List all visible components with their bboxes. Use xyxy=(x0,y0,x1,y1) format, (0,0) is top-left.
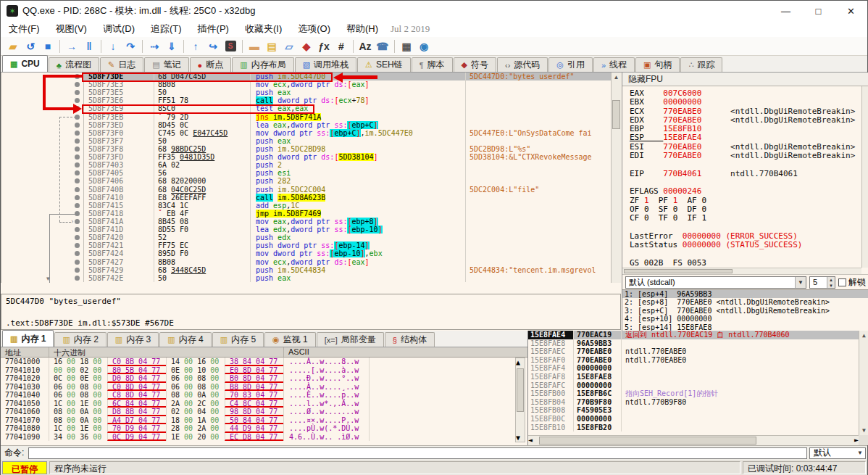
checkbox-icon[interactable] xyxy=(838,278,846,286)
breakpoint-dot-icon[interactable] xyxy=(75,203,80,208)
disasm-row[interactable]: 5D8F742968 3448C45Dpush im.5DC448345DC44… xyxy=(1,266,621,274)
breakpoint-dot-icon[interactable] xyxy=(75,90,80,95)
disasm-row[interactable]: 5D8F741D8D55 F0lea edx,dword ptr ss:[ebp… xyxy=(1,226,621,234)
disasm-row[interactable]: 5D8F73F868 98BDC25Dpush im.5DC2BD985DC2B… xyxy=(1,145,621,153)
menu-item-p[interactable]: 插件(P) xyxy=(190,21,237,37)
argument-row[interactable]: 4: [esp+10] 00000000 xyxy=(622,315,868,323)
chevron-down-icon[interactable]: ▼ xyxy=(855,450,865,456)
scrollbar-thumb[interactable] xyxy=(624,269,733,273)
maximize-button[interactable]: □ xyxy=(802,1,835,21)
tab-memory-map[interactable]: ▥内存布局 xyxy=(232,57,293,72)
menu-item-d[interactable]: 调试(D) xyxy=(95,21,143,37)
tab-locals[interactable]: [x=]局部变量 xyxy=(317,332,384,347)
tab-breakpoints[interactable]: ●断点 xyxy=(190,57,232,72)
scrollbar-thumb[interactable] xyxy=(539,437,756,445)
dump-row[interactable]: 770410801C 00 1E 0070 D9 04 7728 00 2A 0… xyxy=(1,424,527,433)
breakpoint-dot-icon[interactable] xyxy=(75,260,80,265)
labels-icon[interactable]: ▱ xyxy=(280,38,298,54)
tab-call-stack[interactable]: ▧调用堆栈 xyxy=(295,57,356,72)
disasm-row[interactable]: 5D8F73F0C745 0C E047C45Dmov dword ptr ss… xyxy=(1,129,621,137)
register-row[interactable]: EDI 770EABE0 <ntdll.DbgUiRemoteBreakin> xyxy=(630,152,861,160)
register-row[interactable]: CF 0 TF 0 IF 1 xyxy=(630,214,861,223)
argument-row[interactable]: 2: [esp+8] 770EABE0 <ntdll.DbgUiRemoteBr… xyxy=(622,298,868,306)
calling-convention-select[interactable]: 默认 (stdcall) ▼ xyxy=(625,276,806,289)
argument-row[interactable]: 1: [esp+4] 96A59BB3 xyxy=(622,290,868,298)
step-out-icon[interactable]: ↑ xyxy=(187,38,204,54)
stack-arguments-list[interactable]: 1: [esp+4] 96A59BB32: [esp+8] 770EABE0 <… xyxy=(622,289,868,331)
stack-vertical-scrollbar[interactable]: ▲ ▼ xyxy=(859,331,868,435)
breakpoint-dot-icon[interactable] xyxy=(75,251,80,256)
command-profile-select[interactable]: 默认 ▼ xyxy=(809,447,866,459)
tab-trace[interactable]: ∴跟踪 xyxy=(680,57,722,72)
breakpoint-dot-icon[interactable] xyxy=(75,82,80,87)
registers-list[interactable]: EAX 007C6000EBX 00000000ECX 770EABE0 <nt… xyxy=(622,86,861,268)
dump-row[interactable]: 770410200C 00 0E 00D0 8D 04 7706 00 08 0… xyxy=(1,374,527,383)
step-over-icon[interactable]: ↷ xyxy=(122,38,139,54)
dump-row[interactable]: 770410501C 00 1E 006C 84 04 772A 00 2C 0… xyxy=(1,400,527,408)
close-button[interactable]: ✕ xyxy=(835,1,867,21)
scroll-up-icon[interactable]: ▲ xyxy=(859,331,868,340)
menu-item-f[interactable]: 文件(F) xyxy=(1,21,48,37)
breakpoint-dot-icon[interactable] xyxy=(75,219,80,224)
stack-row[interactable]: 15E8FAEC770EABE0ntdll.770EABE0 xyxy=(528,347,868,356)
dump-row[interactable]: 7704107008 00 0A 00A4 D7 04 7718 00 1A 0… xyxy=(1,416,527,425)
tab-script[interactable]: ¶脚本 xyxy=(412,57,453,72)
register-row[interactable]: EIP 770B4061 ntdll.770B4061 xyxy=(630,170,861,178)
globe-icon[interactable]: ◉ xyxy=(415,38,433,54)
breakpoint-dot-icon[interactable] xyxy=(75,178,80,183)
register-row[interactable]: LastStatus 00000000 (STATUS_SUCCESS) xyxy=(630,241,861,249)
stack-row[interactable]: 15E8FB04770B9F80ntdll.770B9F80 xyxy=(528,398,868,407)
breakpoint-dot-icon[interactable] xyxy=(75,146,80,152)
dump-row[interactable]: 7704109034 00 36 000C D9 04 771E 00 20 0… xyxy=(1,433,527,442)
tab-handles[interactable]: ▣句柄 xyxy=(635,57,680,72)
dump-row[interactable]: 7704101000 00 02 0080 5B 04 770E 00 10 0… xyxy=(1,366,527,375)
tab-dump-5[interactable]: ▥内存 5 xyxy=(212,332,264,347)
tab-graph[interactable]: ♣流程图 xyxy=(49,57,99,72)
menu-item-i[interactable]: 收藏夹(I) xyxy=(237,21,290,37)
disasm-row[interactable]: 5D8F741A8B45 08mov eax,dword ptr ss:[ebp… xyxy=(1,218,621,226)
restart-icon[interactable]: ↺ xyxy=(22,38,39,54)
menu-item-h[interactable]: 帮助(H) xyxy=(338,21,386,37)
breakpoint-dot-icon[interactable] xyxy=(75,227,80,232)
scroll-up-icon[interactable]: ▲ xyxy=(612,73,621,82)
dump-row[interactable]: 7704103006 00 08 00C0 8D 04 7706 00 08 0… xyxy=(1,383,527,392)
stack-row[interactable]: 15E8FB08F45905E3 xyxy=(528,406,868,415)
disasm-row[interactable]: 5D8F740B68 04C0C25Dpush im.5DC2C0045DC2C… xyxy=(1,186,621,194)
tab-threads[interactable]: »线程 xyxy=(593,57,635,72)
stack-row[interactable]: 15E8FB0C00000000 xyxy=(528,415,868,424)
disasm-row[interactable]: 5D8F7418ˇ EB 4Fjmp im.5D8F7469 xyxy=(1,210,621,218)
stack-row[interactable]: 15E8FAE4770EAC19返回到 ntdll.770EAC19 自 ntd… xyxy=(528,331,868,339)
dump-row[interactable]: 7704100016 00 18 00C0 8B 04 7714 00 16 0… xyxy=(1,358,527,366)
breakpoint-dot-icon[interactable] xyxy=(75,154,80,160)
scrollbar-thumb[interactable] xyxy=(517,368,524,412)
breakpoint-dot-icon[interactable] xyxy=(75,187,80,192)
disasm-row[interactable]: 5D8F741583C4 1Cadd esp,1C xyxy=(1,202,621,210)
dump-row[interactable]: 7704106008 00 0A 00D8 8B 04 7702 00 04 0… xyxy=(1,408,527,416)
attach-icon[interactable]: ☎ xyxy=(374,38,391,54)
scroll-down-icon[interactable]: ▼ xyxy=(859,426,868,435)
breakpoint-dot-icon[interactable] xyxy=(75,98,80,103)
tab-symbols[interactable]: ◆符号 xyxy=(454,57,496,72)
menu-item-t[interactable]: 追踪(T) xyxy=(143,21,190,37)
breakpoint-dot-icon[interactable] xyxy=(75,131,80,136)
disasm-row[interactable]: 5D8F742E50push eax xyxy=(1,274,621,282)
stack-row[interactable]: 15E8FB0015E8FB6C指向SEH_Record[1]的指针 xyxy=(528,389,868,398)
disasm-row[interactable]: 5D8F73E6FF51 78call dword ptr ds:[ecx+78… xyxy=(1,96,621,104)
tab-watch-1[interactable]: ◉监视 1 xyxy=(264,332,316,347)
patches-icon[interactable]: ▬ xyxy=(246,38,263,54)
execute-till-return-icon[interactable]: ⇓ xyxy=(163,38,180,54)
breakpoint-dot-icon[interactable] xyxy=(75,276,80,281)
scroll-down-icon[interactable]: ▼ xyxy=(516,434,525,442)
breakpoint-dot-icon[interactable] xyxy=(75,235,80,240)
disasm-row[interactable]: 5D8F740668 82020000push 282 xyxy=(1,177,621,185)
disasm-row[interactable]: 5D8F73E550push eax xyxy=(1,88,621,96)
stack-row[interactable]: 15E8FAF815E8FAE8 xyxy=(528,373,868,381)
command-input[interactable] xyxy=(28,447,807,459)
hash-icon[interactable]: # xyxy=(333,38,350,54)
user-code-icon[interactable]: ↪ xyxy=(204,38,222,54)
stack-row[interactable]: 15E8FAFC00000000 xyxy=(528,381,868,390)
tab-references[interactable]: ◎引用 xyxy=(548,57,593,72)
tab-seh[interactable]: ⚠SEH链 xyxy=(357,57,411,72)
breakpoint-dot-icon[interactable] xyxy=(75,139,80,144)
disasm-row[interactable]: 5D8F73ED8D45 0Clea eax,dword ptr ss:[ebp… xyxy=(1,121,621,129)
